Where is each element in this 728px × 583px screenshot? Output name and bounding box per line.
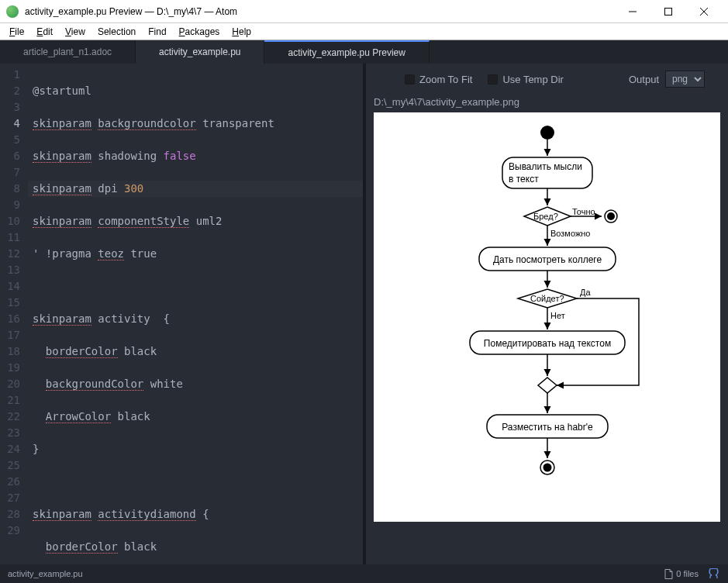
code-editor[interactable]: 1234567891011121314151617181920212223242… <box>0 64 363 564</box>
svg-rect-1 <box>665 8 672 15</box>
preview-image: Вывалить мысли в текст Бред? Точно Возмо… <box>374 112 720 522</box>
svg-text:Нет: Нет <box>550 311 565 320</box>
svg-text:Да: Да <box>580 288 591 297</box>
svg-text:Помедитировать над текстом: Помедитировать над текстом <box>483 338 610 349</box>
svg-marker-29 <box>538 378 557 393</box>
svg-text:Разместить на habr'е: Разместить на habr'е <box>502 422 593 433</box>
file-icon <box>664 569 673 579</box>
output-format-select[interactable]: png <box>665 71 705 88</box>
tab-article[interactable]: article_plant_n1.adoc <box>0 40 136 64</box>
svg-text:Дать посмотреть коллеге: Дать посмотреть коллеге <box>492 254 602 265</box>
tab-bar: article_plant_n1.adoc activity_example.p… <box>0 40 728 64</box>
menu-file[interactable]: File <box>3 25 30 39</box>
menu-find[interactable]: Find <box>142 25 172 39</box>
svg-text:Точно: Точно <box>572 207 595 216</box>
status-filename[interactable]: activity_example.pu <box>8 569 83 578</box>
preview-toolbar: Zoom To Fit Use Temp Dir Output png <box>366 64 728 95</box>
tab-activity-example[interactable]: activity_example.pu <box>136 40 264 64</box>
menu-edit[interactable]: Edit <box>30 25 59 39</box>
window-title: activity_example.pu Preview — D:\_my\4\7… <box>25 6 615 17</box>
svg-point-15 <box>607 212 615 220</box>
menu-view[interactable]: View <box>59 25 91 39</box>
menu-packages[interactable]: Packages <box>173 25 226 39</box>
activity-diagram: Вывалить мысли в текст Бред? Точно Возмо… <box>447 123 648 511</box>
code-content[interactable]: @startuml skinparam backgroundcolor tran… <box>28 64 363 564</box>
svg-point-35 <box>543 464 551 472</box>
zoom-to-fit-checkbox[interactable]: Zoom To Fit <box>405 74 472 85</box>
window-maximize-button[interactable] <box>650 0 686 23</box>
menu-help[interactable]: Help <box>226 25 257 39</box>
menu-bar: File Edit View Selection Find Packages H… <box>0 23 728 40</box>
svg-text:Сойдет?: Сойдет? <box>530 294 564 303</box>
status-files[interactable]: 0 files <box>664 569 699 579</box>
window-minimize-button[interactable] <box>615 0 650 23</box>
window-titlebar: activity_example.pu Preview — D:\_my\4\7… <box>0 0 728 23</box>
preview-pane: Zoom To Fit Use Temp Dir Output png D:\_… <box>363 64 728 564</box>
svg-point-4 <box>540 126 554 140</box>
app-icon <box>6 5 19 18</box>
status-bar: activity_example.pu 0 files <box>0 564 728 583</box>
use-temp-dir-checkbox[interactable]: Use Temp Dir <box>488 74 564 85</box>
svg-text:Вывалить мысли: Вывалить мысли <box>509 161 582 172</box>
status-github-icon[interactable] <box>708 568 720 579</box>
window-close-button[interactable] <box>686 0 722 23</box>
menu-selection[interactable]: Selection <box>91 25 142 39</box>
tab-preview[interactable]: activity_example.pu Preview <box>264 40 429 64</box>
svg-text:Возможно: Возможно <box>550 229 590 238</box>
svg-text:в текст: в текст <box>509 174 539 185</box>
line-gutter: 1234567891011121314151617181920212223242… <box>0 64 28 564</box>
preview-path: D:\_my\4\7\activity_example.png <box>366 95 728 109</box>
svg-text:Бред?: Бред? <box>533 212 558 221</box>
output-label: Output <box>629 74 659 85</box>
